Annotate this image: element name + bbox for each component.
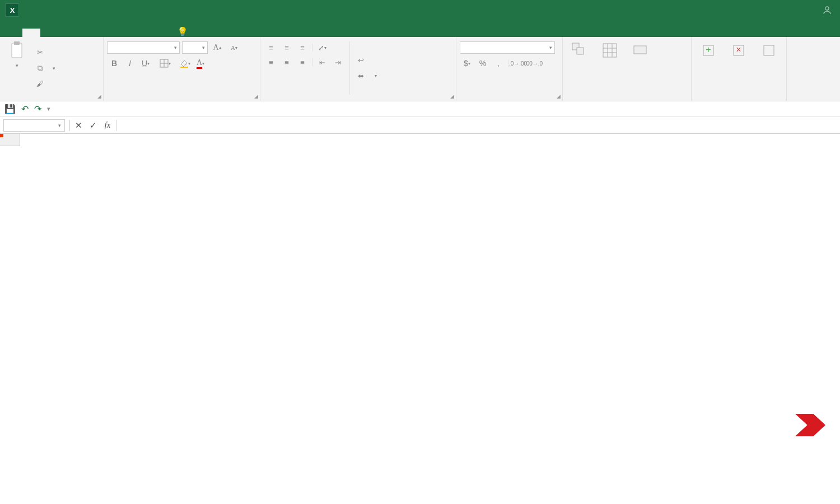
underline-button[interactable]: U▾ bbox=[138, 57, 153, 69]
conditional-formatting-button[interactable] bbox=[566, 39, 593, 97]
copy-icon: ⧉ bbox=[35, 63, 45, 73]
svg-point-0 bbox=[825, 7, 829, 10]
save-button[interactable]: 💾 bbox=[4, 104, 16, 114]
dialog-launcher-icon[interactable]: ◢ bbox=[450, 94, 454, 99]
paste-button[interactable]: ▾ bbox=[3, 39, 30, 97]
merge-icon: ⬌ bbox=[356, 71, 366, 81]
dialog-launcher-icon[interactable]: ◢ bbox=[254, 94, 258, 99]
tab-help[interactable] bbox=[148, 29, 166, 37]
align-right-button[interactable]: ≡ bbox=[295, 56, 310, 68]
decrease-indent-button[interactable]: ⇤ bbox=[315, 56, 329, 68]
brush-icon: 🖌 bbox=[35, 79, 45, 89]
accounting-format-button[interactable]: $▾ bbox=[460, 57, 474, 69]
font-color-button[interactable]: A▾ bbox=[193, 57, 208, 69]
cell-styles-button[interactable] bbox=[627, 39, 654, 97]
name-box[interactable]: ▾ bbox=[3, 119, 65, 132]
svg-rect-19 bbox=[764, 45, 774, 55]
watermark-icon bbox=[795, 414, 825, 436]
font-size-combo[interactable]: ▾ bbox=[182, 41, 208, 54]
group-label-font bbox=[107, 97, 256, 101]
group-label-styles bbox=[566, 97, 688, 101]
align-middle-button[interactable]: ≡ bbox=[279, 41, 294, 54]
excel-app-icon: X bbox=[6, 3, 19, 17]
tab-view[interactable] bbox=[130, 29, 148, 37]
comma-format-button[interactable]: , bbox=[491, 57, 506, 69]
select-all-corner[interactable] bbox=[0, 134, 20, 146]
increase-decimal-button[interactable]: .0→.00 bbox=[511, 57, 525, 69]
dialog-launcher-icon[interactable]: ◢ bbox=[557, 94, 561, 99]
svg-rect-14 bbox=[634, 46, 646, 54]
svg-rect-8 bbox=[577, 48, 584, 54]
decrease-font-button[interactable]: A▾ bbox=[227, 41, 241, 54]
format-cells-button[interactable] bbox=[755, 39, 782, 97]
redo-button[interactable]: ↷ bbox=[34, 104, 41, 114]
insert-cells-button[interactable]: + bbox=[695, 39, 722, 97]
tab-home[interactable] bbox=[22, 29, 40, 37]
percent-format-button[interactable]: % bbox=[475, 57, 490, 69]
fill-color-button[interactable]: ▾ bbox=[178, 57, 192, 69]
svg-rect-9 bbox=[603, 44, 617, 57]
decrease-decimal-button[interactable]: .00→.0 bbox=[526, 57, 541, 69]
ribbon-group-clipboard: ▾ ✂ ⧉▾ 🖌 ◢ bbox=[0, 37, 104, 101]
align-top-button[interactable]: ≡ bbox=[264, 41, 278, 54]
tab-page-layout[interactable] bbox=[58, 29, 76, 37]
insert-icon: + bbox=[698, 40, 718, 60]
increase-font-button[interactable]: A▴ bbox=[210, 41, 225, 54]
conditional-formatting-icon bbox=[570, 40, 590, 60]
svg-rect-6 bbox=[180, 67, 188, 68]
ribbon-group-font: ▾ ▾ A▴ A▾ B I U▾ ▾ ▾ A▾ ◢ bbox=[104, 37, 260, 101]
align-bottom-button[interactable]: ≡ bbox=[295, 41, 310, 54]
insert-function-button[interactable]: fx bbox=[100, 118, 115, 133]
bold-button[interactable]: B bbox=[107, 57, 122, 69]
tab-formulas[interactable] bbox=[76, 29, 94, 37]
borders-button[interactable]: ▾ bbox=[158, 57, 172, 69]
svg-rect-1 bbox=[12, 43, 22, 58]
copy-button[interactable]: ⧉▾ bbox=[34, 63, 57, 74]
wrap-text-button[interactable]: ↩ bbox=[354, 55, 378, 66]
dialog-launcher-icon[interactable]: ◢ bbox=[97, 94, 101, 99]
title-bar: X bbox=[0, 0, 840, 20]
account-icon[interactable] bbox=[814, 0, 840, 20]
watermark-logo bbox=[795, 414, 829, 436]
tab-insert[interactable] bbox=[40, 29, 58, 37]
qat-customize-button[interactable]: ▾ bbox=[47, 105, 50, 113]
group-label-cells bbox=[695, 97, 783, 101]
delete-cells-button[interactable]: × bbox=[725, 39, 752, 97]
enter-formula-button[interactable]: ✓ bbox=[86, 118, 100, 133]
align-left-button[interactable]: ≡ bbox=[264, 56, 278, 68]
ribbon-group-alignment: ≡ ≡ ≡ ⤢▾ ≡ ≡ ≡ ⇤ ⇥ ↩ ⬌▾ bbox=[260, 37, 456, 101]
format-icon bbox=[759, 40, 779, 60]
scissors-icon: ✂ bbox=[35, 48, 45, 58]
ribbon-group-styles bbox=[563, 37, 692, 101]
table-icon bbox=[600, 40, 620, 60]
svg-text:×: × bbox=[736, 45, 741, 54]
group-label-alignment bbox=[264, 97, 452, 101]
ribbon-tabs: 💡 bbox=[0, 20, 840, 37]
ribbon-group-number: ▾ $▾ % , .0→.00 .00→.0 ◢ bbox=[456, 37, 563, 101]
dropdown-icon: ▾ bbox=[16, 63, 18, 68]
tell-me-search[interactable]: 💡 bbox=[177, 26, 193, 37]
tab-file[interactable] bbox=[4, 29, 22, 37]
align-center-button[interactable]: ≡ bbox=[279, 56, 294, 68]
cancel-formula-button[interactable]: ✕ bbox=[71, 118, 86, 133]
tab-review[interactable] bbox=[112, 29, 130, 37]
spreadsheet-grid[interactable] bbox=[0, 134, 840, 470]
number-format-combo[interactable]: ▾ bbox=[460, 41, 555, 54]
lightbulb-icon: 💡 bbox=[177, 26, 188, 37]
quick-access-toolbar: 💾 ↶ ↷ ▾ bbox=[0, 101, 840, 117]
undo-button[interactable]: ↶ bbox=[21, 104, 29, 114]
group-label-number bbox=[460, 97, 559, 101]
italic-button[interactable]: I bbox=[123, 57, 137, 69]
svg-rect-2 bbox=[14, 41, 20, 45]
wrap-text-icon: ↩ bbox=[356, 55, 366, 66]
paste-icon bbox=[7, 40, 27, 60]
tab-data[interactable] bbox=[94, 29, 112, 37]
cut-button[interactable]: ✂ bbox=[34, 47, 57, 58]
font-family-combo[interactable]: ▾ bbox=[107, 41, 180, 54]
format-painter-button[interactable]: 🖌 bbox=[34, 78, 57, 90]
group-label-clipboard bbox=[3, 97, 100, 101]
merge-center-button[interactable]: ⬌▾ bbox=[354, 71, 378, 82]
increase-indent-button[interactable]: ⇥ bbox=[330, 56, 345, 68]
orientation-button[interactable]: ⤢▾ bbox=[315, 41, 329, 54]
format-as-table-button[interactable] bbox=[596, 39, 623, 97]
